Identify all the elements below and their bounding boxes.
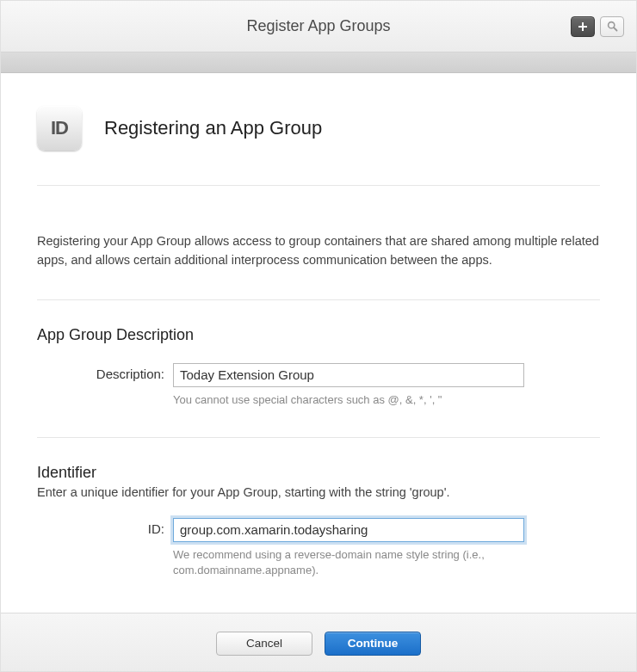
continue-button[interactable]: Continue <box>325 632 421 656</box>
add-button[interactable] <box>571 16 595 37</box>
description-label: Description: <box>37 363 173 381</box>
identifier-section-title: Identifier <box>37 464 600 482</box>
description-hint: You cannot use special characters such a… <box>173 392 524 408</box>
main-content: ID Registering an App Group Registering … <box>1 73 636 607</box>
id-icon: ID <box>37 106 82 151</box>
page-title: Registering an App Group <box>104 117 322 139</box>
identifier-hint: We recommend using a reverse-domain name… <box>173 547 524 578</box>
description-field-row: Description: You cannot use special char… <box>37 363 600 408</box>
footer-bar: Cancel Continue <box>1 613 636 672</box>
identifier-section-sub: Enter a unique identifier for your App G… <box>37 485 600 499</box>
description-section: App Group Description Description: You c… <box>37 300 600 438</box>
header-title: Register App Groups <box>1 17 636 35</box>
identifier-label: ID: <box>37 518 173 536</box>
header-actions <box>571 16 624 37</box>
identifier-input[interactable] <box>173 518 524 542</box>
page-heading: ID Registering an App Group <box>37 73 600 186</box>
svg-line-1 <box>614 28 617 31</box>
search-icon <box>607 21 618 32</box>
identifier-field-row: ID: We recommend using a reverse-domain … <box>37 518 600 578</box>
header-bar: Register App Groups <box>1 1 636 52</box>
sub-header-bar <box>1 52 636 73</box>
plus-icon <box>578 22 588 32</box>
description-section-title: App Group Description <box>37 326 600 344</box>
intro-text: Registering your App Group allows access… <box>37 186 600 300</box>
cancel-button[interactable]: Cancel <box>216 632 312 656</box>
search-button[interactable] <box>600 16 624 37</box>
description-input[interactable] <box>173 363 524 387</box>
identifier-section: Identifier Enter a unique identifier for… <box>37 438 600 607</box>
